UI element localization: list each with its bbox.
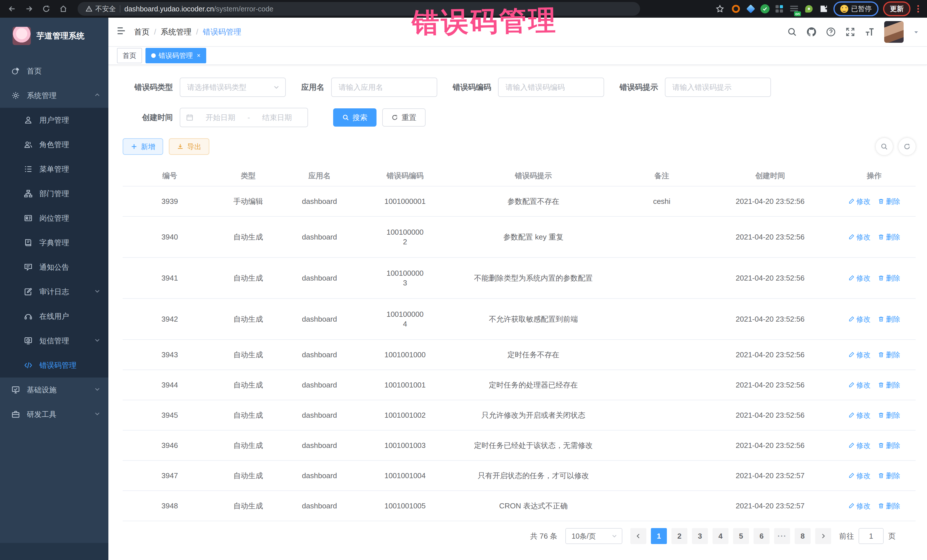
delete-link[interactable]: 删除 (878, 273, 900, 283)
sidebar-item-tree[interactable]: 部门管理 (0, 181, 108, 206)
sidebar-item-gear[interactable]: 系统管理 (0, 83, 108, 108)
page-button-8[interactable]: 8 (795, 528, 811, 544)
sidebar-item-home[interactable]: 首页 (0, 59, 108, 83)
edit-link[interactable]: 修改 (848, 314, 871, 324)
sidebar-item-code[interactable]: 错误码管理 (0, 353, 108, 378)
chevron-down-icon[interactable] (913, 27, 919, 37)
sidebar-item-tools[interactable]: 研发工具 (0, 402, 108, 426)
close-icon[interactable]: × (197, 52, 201, 59)
breadcrumb-item[interactable]: 系统管理 (161, 27, 191, 37)
edit-link[interactable]: 修改 (848, 471, 871, 480)
toggle-search-button[interactable] (876, 138, 893, 155)
sidebar-item-online[interactable]: 在线用户 (0, 304, 108, 328)
cell-code: 1001001005 (359, 498, 451, 514)
filter-input[interactable] (498, 77, 604, 97)
tag-item[interactable]: 首页 (117, 48, 142, 63)
more-pages-button[interactable]: ··· (774, 528, 790, 544)
home-button[interactable] (57, 3, 70, 15)
sidebar-item-users[interactable]: 角色管理 (0, 132, 108, 157)
next-page-button[interactable] (815, 528, 831, 544)
tag-active[interactable]: 错误码管理× (146, 48, 206, 63)
fullscreen-icon[interactable] (845, 27, 855, 37)
caret-down-icon (94, 287, 100, 296)
edit-link[interactable]: 修改 (848, 232, 871, 242)
page-button-6[interactable]: 6 (754, 528, 769, 544)
sidebar-item-badge[interactable]: 岗位管理 (0, 206, 108, 231)
edit-link[interactable]: 修改 (848, 273, 871, 283)
extension-badge: on (794, 11, 801, 16)
edit-link[interactable]: 修改 (848, 350, 871, 360)
back-button[interactable] (6, 3, 18, 15)
filter-input[interactable] (665, 77, 771, 97)
delete-link[interactable]: 删除 (878, 232, 900, 242)
edit-link[interactable]: 修改 (848, 380, 871, 390)
delete-link[interactable]: 删除 (878, 411, 900, 420)
page-button-3[interactable]: 3 (692, 528, 708, 544)
sidebar-item-user[interactable]: 用户管理 (0, 108, 108, 132)
sidebar: 芋道管理系统 首页系统管理用户管理角色管理菜单管理部门管理岗位管理字典管理通知公… (0, 18, 108, 560)
column-header: 应用名 (280, 171, 359, 181)
search-button[interactable]: 搜索 (333, 108, 377, 127)
page-size-select[interactable]: 10条/页 (565, 528, 622, 544)
delete-link[interactable]: 删除 (878, 441, 900, 450)
edit-link[interactable]: 修改 (848, 197, 871, 206)
address-bar[interactable]: 不安全 dashboard.yudao.iocoder.cn/system/er… (78, 2, 640, 16)
sidebar-item-infra[interactable]: 基础设施 (0, 378, 108, 402)
goto-page-input[interactable] (859, 528, 884, 544)
page-button-5[interactable]: 5 (733, 528, 749, 544)
forward-button[interactable] (23, 3, 35, 15)
font-size-icon[interactable] (865, 27, 874, 37)
browser-menu-icon[interactable] (915, 5, 921, 12)
green-check-icon[interactable] (760, 4, 769, 14)
action-label: 修改 (856, 197, 871, 206)
github-icon[interactable] (807, 27, 816, 37)
edit-link[interactable]: 修改 (848, 501, 871, 511)
edit-link[interactable]: 修改 (848, 411, 871, 420)
error-code-type-select[interactable]: 请选择错误码类型 (180, 77, 286, 97)
page-button-2[interactable]: 2 (672, 528, 687, 544)
green-pin-icon[interactable] (804, 4, 814, 14)
reload-button[interactable] (40, 3, 53, 15)
list-on-icon[interactable]: on (789, 4, 799, 14)
add-button[interactable]: 新增 (123, 138, 163, 155)
filter-input[interactable] (331, 77, 437, 97)
prev-page-button[interactable] (631, 528, 646, 544)
delete-link[interactable]: 删除 (878, 197, 900, 206)
sidebar-item-notice[interactable]: 通知公告 (0, 255, 108, 279)
sidebar-item-sms[interactable]: 短信管理 (0, 328, 108, 353)
orange-ring-icon[interactable] (731, 4, 741, 14)
delete-link[interactable]: 删除 (878, 350, 900, 360)
date-range-picker[interactable]: 开始日期 - 结束日期 (180, 108, 308, 127)
blue-grid-icon[interactable] (774, 4, 784, 14)
cell-app: dashboard (280, 229, 359, 245)
update-button[interactable]: 更新 (883, 2, 910, 16)
collapse-sidebar-button[interactable] (116, 26, 126, 38)
export-button[interactable]: 导出 (169, 138, 209, 155)
help-icon[interactable] (826, 27, 836, 37)
paused-extension-pill[interactable]: 已暂停 (833, 2, 878, 16)
sidebar-item-list[interactable]: 菜单管理 (0, 157, 108, 181)
security-warning[interactable]: 不安全 (85, 4, 116, 14)
delete-link[interactable]: 删除 (878, 314, 900, 324)
delete-link[interactable]: 删除 (878, 501, 900, 511)
sidebar-item-book[interactable]: 字典管理 (0, 231, 108, 255)
cell-id: 3947 (123, 468, 217, 484)
sidebar-item-audit[interactable]: 审计日志 (0, 279, 108, 304)
refresh-table-button[interactable] (898, 138, 916, 155)
bookmark-star-icon[interactable] (714, 3, 726, 15)
app-logo-row[interactable]: 芋道管理系统 (0, 18, 108, 54)
delete-link[interactable]: 删除 (878, 380, 900, 390)
reset-button[interactable]: 重置 (382, 108, 426, 127)
breadcrumb-item[interactable]: 首页 (134, 27, 149, 37)
page-button-1[interactable]: 1 (651, 528, 667, 544)
search-icon[interactable] (787, 27, 797, 37)
sidebar-collapse-bar[interactable] (0, 543, 108, 560)
page-button-4[interactable]: 4 (713, 528, 728, 544)
badge-icon (24, 214, 32, 222)
puzzle-icon[interactable] (819, 4, 829, 14)
blue-gem-icon[interactable] (746, 4, 756, 14)
edit-link[interactable]: 修改 (848, 441, 871, 450)
sidebar-item-label: 首页 (27, 66, 100, 76)
avatar[interactable] (884, 21, 904, 43)
delete-link[interactable]: 删除 (878, 471, 900, 480)
